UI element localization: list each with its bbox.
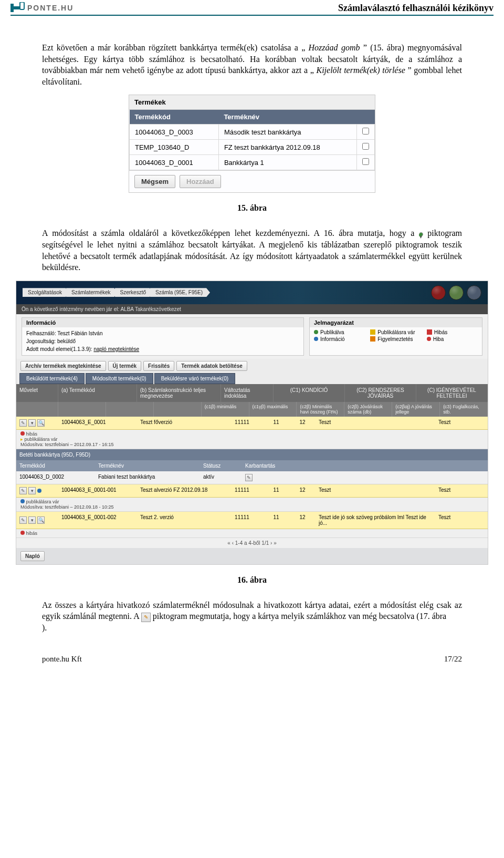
row-checkbox[interactable] [362,143,369,150]
status-dot-icon [20,431,25,436]
product-row[interactable]: ✎ ▾ 10044063_E_0001-001 Teszt alverzió F… [16,484,488,498]
table-row[interactable]: TEMP_103640_D FZ teszt bankkártya 2012.0… [130,140,375,155]
p3-b: piktogram megmutatja, hogy a kártya mely… [153,612,446,621]
tab-submitted[interactable]: Beküldött termékek(4) [19,373,85,384]
new-product-button[interactable]: Új termék [108,361,142,371]
log-button[interactable]: Napló [20,551,45,561]
cell-name: Teszt főverzió [137,417,221,429]
app-screenshot: Szolgáltatások Számlatermékek Szerkesztő… [16,281,488,565]
cell-t2: Teszt [435,417,488,429]
load-data-button[interactable]: Termék adatok betöltése [176,361,247,371]
product-row[interactable]: ✎ ▾ 🔍 10044063_E_0001 Teszt főverzió 111… [16,417,488,430]
ic: Státusz [200,460,242,471]
info-head: Információ [22,318,303,327]
badge-icon[interactable] [449,285,464,300]
legend-item: Publikálásra vár [370,329,421,335]
document-title: Számlaválasztó felhasználói kézikönyv [338,3,494,14]
cell-t1: Teszt [316,484,435,497]
footer-right: 17/22 [444,655,462,664]
inner-header-title: Betéti bankkártya (95D, F95D) [16,449,488,460]
breadcrumb-item[interactable]: Szolgáltatások [23,288,69,297]
products-table: Termékkód Terméknév 10044063_D_0003 Máso… [129,110,375,170]
add-button[interactable]: Hozzáad [180,175,221,188]
table-row[interactable]: 10044063_D_0003 Második teszt bankkártya [130,125,375,140]
breadcrumb-item[interactable]: Számla (95E, F95E) [150,288,210,297]
cell: aktív [200,471,242,484]
archive-button[interactable]: Archív termékek megtekintése [20,361,106,371]
cell-name: Bankkártya 1 [218,155,356,170]
cell-v: 11111 [221,484,263,497]
row-checkbox[interactable] [362,128,369,135]
cell-v: 11111 [221,512,263,529]
expand-icon: ▾ [419,232,423,236]
expand-icon[interactable]: ▾ [28,516,36,524]
figure-16-caption: 16. ábra [0,575,504,585]
badge-icon[interactable] [431,285,446,300]
info-dot-icon [37,489,41,493]
row-status: hibás [16,529,488,538]
legend-item: Hiba [427,336,478,342]
breadcrumb-item[interactable]: Számlatermékek [66,288,118,297]
edit-icon[interactable]: ✎ [19,487,27,494]
edit-icon[interactable]: ✎ [245,474,253,481]
legend-item: Publikálva [314,329,365,335]
ic: Termékkód [16,460,95,471]
p1-italic1: Hozzáad gomb [309,43,360,52]
pager[interactable]: « ‹ 1-4 a 4-ből 1/1 › » [16,538,488,548]
institution-banner: Ön a következő intézmény nevében jár el:… [16,304,488,314]
search-icon[interactable]: 🔍 [37,419,45,427]
p1-italic2: Kijelölt termék(ek) törlése [316,66,405,75]
legend-label: Hiba [433,336,444,342]
cell-n2: 12 [289,484,316,497]
edit-icon[interactable]: ✎ [19,516,27,524]
cell-n2: 12 [289,417,316,429]
info-box: Információ Felhasználó: Teszt Fábián Ist… [22,317,304,356]
page-footer: ponte.hu Kft 17/22 [42,655,462,664]
grid-header: Művelet (a) Termékkód (b) Számlakonstruk… [16,384,488,402]
row-checkbox[interactable] [362,158,369,165]
cell-n1: 11 [263,417,289,429]
legend-item: Hibás [427,329,478,335]
info-user: Teszt Fábián István [57,330,102,336]
info-role: beküldő [57,338,76,344]
table-row[interactable]: 10044063_D_0001 Bankkártya 1 [130,155,375,170]
refresh-button[interactable]: Frissítés [143,361,174,371]
cell-v: 11111 [221,417,263,429]
legend-label: Információ [320,336,345,342]
action-bar: Archív termékek megtekintése Új termék F… [16,359,488,373]
ic: Karbantartás [242,460,488,471]
product-row[interactable]: ✎ ▾ 🔍 10044063_E_0001-002 Teszt 2. verzi… [16,512,488,529]
edit-icon[interactable]: ✎ [19,419,27,427]
status-text: hibás [26,531,38,536]
breadcrumb-item[interactable]: Szerkesztő [115,288,153,297]
products-panel-title: Termékek [129,95,375,110]
gh-valt: Változtatás indoklása [221,384,274,402]
ic: Terméknév [95,460,200,471]
expand-icon[interactable]: ▾ [28,487,36,494]
site-logo: PONTE.HU [10,2,74,14]
log-link[interactable]: napló megtekintése [93,346,139,352]
cell-code: 10044063_E_0001-002 [58,512,137,529]
inner-row[interactable]: 10044063_D_0002 Fabiani teszt bankkártya… [16,471,488,484]
tabs: Beküldött termékek(4) Módosított terméke… [16,373,488,384]
col-code: Termékkód [130,110,219,125]
status-note: Módosítva: tesztfebiani – 2012.09.18 - 1… [20,504,114,510]
gh2: (c2βαj) A jóváírás jellege [392,402,440,417]
gh-g2: (C2) RENDSZERES JÓVÁÍRÁS [345,384,416,402]
gh-b: (b) Számlakonstrukció teljes megnevezése [137,384,221,402]
app-banner: Szolgáltatások Számlatermékek Szerkesztő… [16,281,488,304]
info-role-label: Jogosultság: [26,338,56,344]
search-icon[interactable]: 🔍 [37,516,45,524]
cell-n1: 11 [263,512,289,529]
p1-a: Ezt követően a már korábban rögzített ba… [42,43,305,52]
tab-pending[interactable]: Beküldésre váró termékek(0) [154,373,235,384]
cell-code: 10044063_D_0003 [130,125,219,140]
svg-rect-2 [20,2,24,9]
expand-icon[interactable]: ▾ [28,419,36,427]
cancel-button[interactable]: Mégsem [134,175,175,188]
row-status: hibás ▸ publikálásra vár Módosítva: tesz… [16,430,488,449]
status2-text: publikálásra vár [25,437,58,442]
tab-modified[interactable]: Módosított termékek(0) [86,373,153,384]
badge-icon[interactable] [467,285,481,300]
cell-n1: 11 [263,484,289,497]
